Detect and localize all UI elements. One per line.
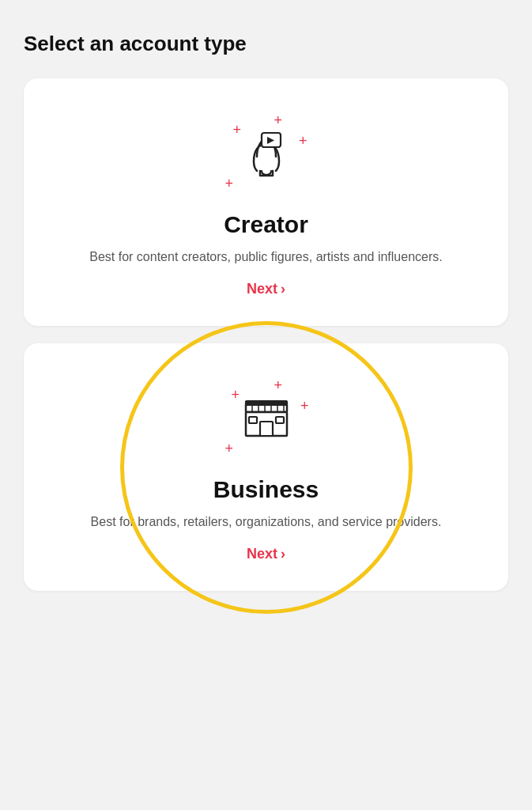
svg-rect-7 <box>276 417 284 423</box>
business-chevron-icon: › <box>281 546 285 562</box>
plus-decoration: + <box>274 113 283 127</box>
plus-decoration: + <box>233 123 242 137</box>
plus-decoration: + <box>232 388 240 402</box>
creator-description: Best for content creators, public figure… <box>89 248 442 267</box>
creator-next-button[interactable]: Next › <box>247 281 285 297</box>
plus-decoration: + <box>274 378 283 392</box>
creator-next-label: Next <box>247 281 277 297</box>
business-next-label: Next <box>247 546 277 562</box>
plus-decoration: + <box>300 399 309 413</box>
svg-rect-6 <box>249 417 257 423</box>
page-title: Select an account type <box>24 32 508 56</box>
business-next-button[interactable]: Next › <box>247 546 285 562</box>
business-title: Business <box>213 476 319 503</box>
business-card[interactable]: + + + + Business Best f <box>24 343 508 591</box>
creator-title: Creator <box>224 211 308 238</box>
svg-rect-5 <box>260 422 273 436</box>
creator-chevron-icon: › <box>281 281 285 297</box>
highlight-circle <box>120 321 413 614</box>
plus-decoration: + <box>225 441 234 456</box>
business-icon-area: + + + + <box>219 375 314 462</box>
business-description: Best for brands, retailers, organization… <box>91 513 442 532</box>
creator-card[interactable]: + + + + Creator Best for content creator… <box>24 78 508 326</box>
creator-icon-area: + + + + <box>219 110 314 197</box>
business-svg-icon <box>235 387 298 450</box>
plus-decoration: + <box>225 176 234 191</box>
plus-decoration: + <box>299 134 308 148</box>
creator-svg-icon <box>235 122 298 185</box>
